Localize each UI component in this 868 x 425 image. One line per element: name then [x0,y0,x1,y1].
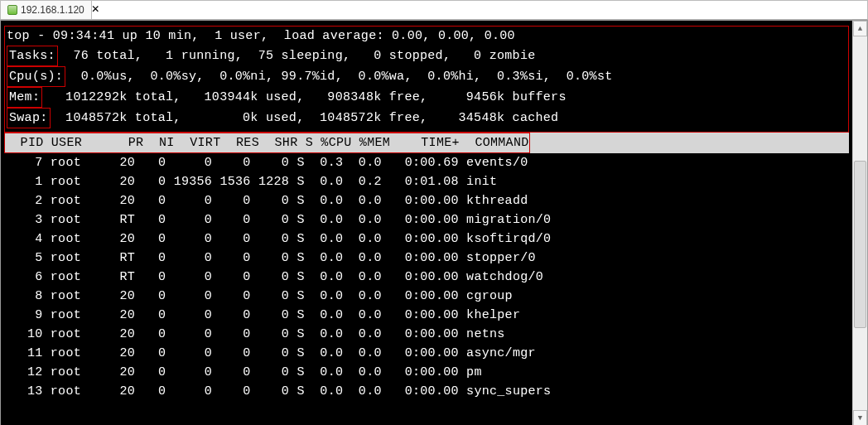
tasks-values: 76 total, 1 running, 75 sleeping, 0 stop… [58,49,536,63]
cpu-label: Cpu(s): [7,66,65,87]
process-row: 5 root RT 0 0 0 0 S 0.0 0.0 0:00.00 stop… [4,249,849,268]
process-header-row: PID USER PR NI VIRT RES SHR S %CPU %MEM … [4,133,849,153]
process-row: 7 root 20 0 0 0 0 S 0.3 0.0 0:00.69 even… [4,153,849,172]
process-row: 3 root RT 0 0 0 0 S 0.0 0.0 0:00.00 migr… [4,210,849,229]
process-row: 6 root RT 0 0 0 0 S 0.0 0.0 0:00.00 watc… [4,268,849,287]
process-header-highlight: PID USER PR NI VIRT RES SHR S %CPU %MEM … [4,133,530,153]
process-row: 2 root 20 0 0 0 0 S 0.0 0.0 0:00.00 kthr… [4,191,849,210]
session-tab[interactable]: 192.168.1.120 [1,1,92,19]
terminal-output[interactable]: top - 09:34:41 up 10 min, 1 user, load a… [1,21,852,425]
tasks-label: Tasks: [7,46,58,66]
swap-values: 1048572k total, 0k used, 1048572k free, … [51,111,559,125]
scroll-down-button[interactable]: ▼ [853,410,867,425]
uptime-line: top - 09:34:41 up 10 min, 1 user, load a… [7,27,846,46]
terminal-window: top - 09:34:41 up 10 min, 1 user, load a… [0,20,868,425]
process-row: 12 root 20 0 0 0 0 S 0.0 0.0 0:00.00 pm [4,363,849,382]
process-row: 11 root 20 0 0 0 0 S 0.0 0.0 0:00.00 asy… [4,344,849,363]
tab-title: 192.168.1.120 [21,4,84,16]
mem-values: 1012292k total, 103944k used, 908348k fr… [42,90,567,104]
top-summary-box: top - 09:34:41 up 10 min, 1 user, load a… [4,26,849,133]
process-row: 1 root 20 0 19356 1536 1228 S 0.0 0.2 0:… [4,172,849,191]
cpu-values: 0.0%us, 0.0%sy, 0.0%ni, 99.7%id, 0.0%wa,… [65,70,612,84]
process-row: 4 root 20 0 0 0 0 S 0.0 0.0 0:00.00 ksof… [4,229,849,249]
vertical-scrollbar[interactable]: ▲ ▼ [852,21,867,425]
process-row: 13 root 20 0 0 0 0 S 0.0 0.0 0:00.00 syn… [4,382,849,401]
process-row: 9 root 20 0 0 0 0 S 0.0 0.0 0:00.00 khel… [4,306,849,325]
process-row: 8 root 20 0 0 0 0 S 0.0 0.0 0:00.00 cgro… [4,287,849,306]
close-tab-button[interactable]: ✕ [92,1,99,19]
scroll-up-button[interactable]: ▲ [853,21,867,36]
process-row: 10 root 20 0 0 0 0 S 0.0 0.0 0:00.00 net… [4,325,849,344]
mem-label: Mem: [7,87,42,108]
tab-bar: 192.168.1.120 ✕ [0,0,868,20]
connection-status-icon [7,5,17,15]
scroll-track[interactable] [853,36,867,410]
swap-label: Swap: [7,108,51,128]
scroll-thumb[interactable] [854,161,866,328]
